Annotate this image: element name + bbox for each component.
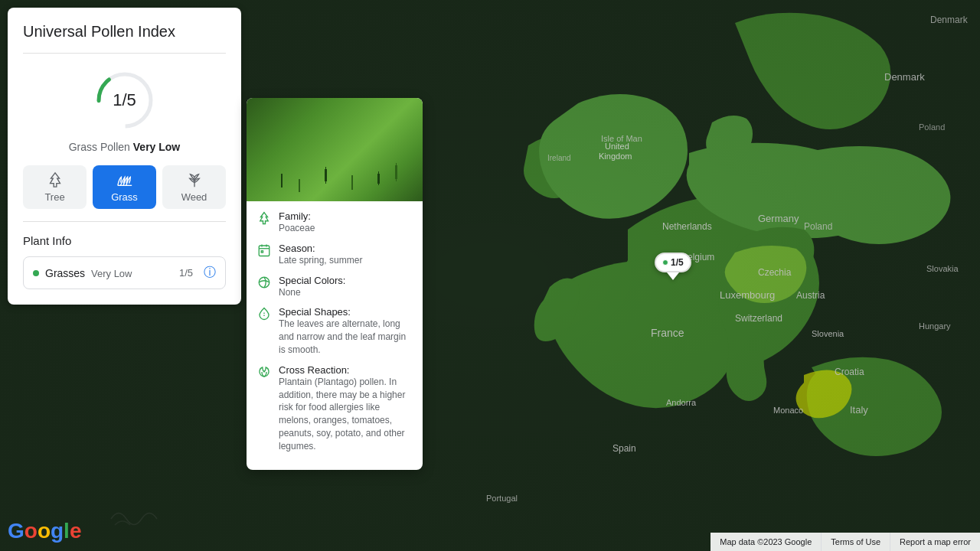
g5: l [64,519,70,543]
pollen-level: Very Low [133,141,180,153]
marker-bubble: 1/5 [655,253,691,272]
type-buttons: Tree Grass Weed [23,165,226,222]
weed-icon [186,171,203,188]
season-row: Season: Late spring, summer [257,243,412,267]
tree-button[interactable]: Tree [23,165,87,209]
grass-label: Grass [111,191,138,203]
family-icon [257,211,271,228]
season-icon [257,243,271,260]
g3: o [38,519,51,543]
cross-reaction-icon [257,365,271,382]
terms-of-use-link[interactable]: Terms of Use [821,533,890,551]
map-data-label: Map data ©2023 Google [710,533,821,551]
report-map-error-link[interactable]: Report a map error [890,533,980,551]
family-value: Poaceae [279,222,315,235]
special-colors-value: None [279,286,345,299]
plant-info-row[interactable]: Grasses Very Low 1/5 ⓘ [23,256,226,289]
gauge-wrapper: 1/5 [90,66,159,135]
weed-label: Weed [181,191,207,203]
app-title: Universal Pollen Index [23,23,226,54]
grass-button[interactable]: Grass [93,165,156,209]
special-shapes-label: Special Shapes: [279,306,412,318]
cross-reaction-value: Plantain (Plantago) pollen. In addition,… [279,376,412,453]
google-logo: Google [8,519,81,543]
left-panel: Universal Pollen Index 1/5 Grass Pollen … [8,8,241,305]
g2: o [24,519,38,543]
plant-info-title: Plant Info [23,234,226,247]
pollen-type: Grass Pollen [69,141,130,153]
street-view-icon [107,504,161,537]
special-colors-label: Special Colors: [279,275,345,286]
plant-score: 1/5 [179,267,193,279]
bottom-bar: Map data ©2023 Google Terms of Use Repor… [710,533,980,551]
family-row: Family: Poaceae [257,210,412,235]
tree-label: Tree [44,191,64,203]
special-colors-icon [257,276,271,292]
family-label: Family: [279,210,315,222]
info-icon[interactable]: ⓘ [204,265,216,281]
special-shapes-icon [257,307,271,324]
gauge-container: 1/5 Grass Pollen Very Low [23,66,226,153]
cross-reaction-label: Cross Reaction: [279,364,412,376]
pollen-status: Grass Pollen Very Low [69,141,181,153]
tree-icon [47,171,64,188]
svg-rect-35 [261,251,263,253]
marker-dot [662,259,668,266]
svg-rect-31 [259,246,270,256]
special-shapes-row: Special Shapes: The leaves are alternate… [257,306,412,356]
popup-content: Family: Poaceae Season: Late spring, sum… [247,201,423,470]
popup-card: Family: Poaceae Season: Late spring, sum… [247,98,423,470]
cross-reaction-row: Cross Reaction: Plantain (Plantago) poll… [257,364,412,453]
special-shapes-value: The leaves are alternate, long and narro… [279,318,412,356]
marker-score: 1/5 [671,257,684,268]
map-marker[interactable]: 1/5 [655,253,691,280]
gauge-score: 1/5 [113,90,136,110]
plant-name: Grasses Very Low [45,267,173,279]
special-colors-row: Special Colors: None [257,275,412,299]
g1: G [8,519,24,543]
marker-tail [667,272,679,280]
season-value: Late spring, summer [279,254,362,267]
grass-icon [116,171,133,188]
grass-image [247,98,423,201]
g6: e [70,519,82,543]
g4: g [51,519,64,543]
weed-button[interactable]: Weed [162,165,226,209]
season-label: Season: [279,243,362,254]
status-dot [33,270,39,276]
svg-point-36 [259,277,270,288]
